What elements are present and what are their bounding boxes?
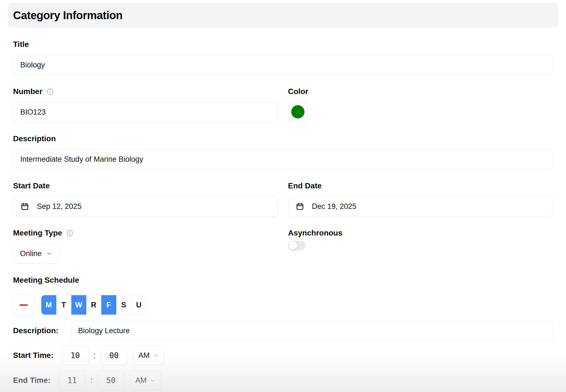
end-time-label: End Time: xyxy=(13,376,51,385)
start-date-label: Start Date xyxy=(13,181,278,190)
start-minute-input[interactable] xyxy=(101,346,127,365)
meeting-type-label-wrap: Meeting Type xyxy=(13,229,278,237)
end-date-value: Dec 19, 2025 xyxy=(312,202,357,211)
color-swatch-button[interactable] xyxy=(288,102,308,122)
end-date-group: End Date Dec 19, 2025 xyxy=(288,181,553,216)
calendar-icon xyxy=(21,202,29,211)
start-meridiem-value: AM xyxy=(139,351,150,360)
chevron-down-icon xyxy=(153,353,159,358)
toggle-knob xyxy=(289,241,297,250)
meeting-type-group: Meeting Type Online xyxy=(13,229,278,264)
color-field-group: Color xyxy=(288,87,553,122)
number-field-group: Number xyxy=(13,87,278,122)
meeting-type-label: Meeting Type xyxy=(13,229,62,237)
end-date-label: End Date xyxy=(288,181,553,190)
meeting-type-row: Meeting Type Online xyxy=(13,229,553,264)
title-row: Title xyxy=(13,40,553,75)
calendar-icon xyxy=(296,202,304,211)
time-separator: : xyxy=(90,376,93,385)
time-separator: : xyxy=(94,351,96,360)
end-meridiem-select[interactable]: AM xyxy=(130,371,161,390)
day-button-W[interactable]: W xyxy=(71,295,86,315)
minus-icon xyxy=(19,304,28,306)
asynchronous-group: Asynchronous xyxy=(288,229,553,264)
number-label: Number xyxy=(13,87,42,96)
start-meridiem-select[interactable]: AM xyxy=(133,346,164,365)
asynchronous-toggle[interactable] xyxy=(288,241,305,250)
meeting-schedule-section: Meeting Schedule MTWRFSU Description: St… xyxy=(13,276,553,390)
end-date-picker[interactable]: Dec 19, 2025 xyxy=(288,196,553,216)
start-hour-input[interactable] xyxy=(62,346,89,365)
start-date-picker[interactable]: Sep 12, 2025 xyxy=(13,196,278,216)
number-input[interactable] xyxy=(13,102,278,122)
end-minute-input[interactable] xyxy=(98,371,124,390)
section-header: Category Information xyxy=(8,3,558,28)
description-input[interactable] xyxy=(13,149,553,169)
remove-schedule-button[interactable] xyxy=(13,294,34,316)
schedule-description-label: Description: xyxy=(13,326,58,335)
start-date-value: Sep 12, 2025 xyxy=(37,202,82,211)
start-time-label: Start Time: xyxy=(13,351,54,360)
end-hour-input[interactable] xyxy=(59,371,85,390)
meeting-type-info-icon[interactable] xyxy=(66,229,74,237)
day-button-S[interactable]: S xyxy=(116,295,131,315)
description-label: Description xyxy=(13,134,553,143)
end-meridiem-value: AM xyxy=(135,376,147,385)
end-time-row: End Time: : AM xyxy=(13,371,553,390)
meeting-type-select[interactable]: Online xyxy=(13,244,60,264)
number-label-wrap: Number xyxy=(13,87,278,96)
start-date-group: Start Date Sep 12, 2025 xyxy=(13,181,278,216)
page-title: Category Information xyxy=(13,9,122,22)
day-button-F[interactable]: F xyxy=(101,295,116,315)
number-color-row: Number Color xyxy=(13,87,553,122)
description-row: Description xyxy=(13,134,553,169)
chevron-down-icon xyxy=(46,250,53,257)
day-button-U[interactable]: U xyxy=(131,295,146,315)
title-input[interactable] xyxy=(13,55,553,75)
color-label: Color xyxy=(288,87,553,96)
day-button-T[interactable]: T xyxy=(56,295,71,315)
category-form-page: Category Information Title Number xyxy=(0,0,566,390)
meeting-schedule-label: Meeting Schedule xyxy=(13,276,553,285)
number-info-icon[interactable] xyxy=(46,88,54,95)
meeting-type-value: Online xyxy=(20,249,42,258)
chevron-down-icon xyxy=(150,378,156,383)
title-label: Title xyxy=(13,40,553,49)
start-time-row: Start Time: : AM xyxy=(13,346,553,365)
schedule-description-input[interactable] xyxy=(71,321,553,340)
dates-row: Start Date Sep 12, 2025 End Date xyxy=(13,181,553,216)
color-swatch-circle xyxy=(291,105,305,118)
day-button-M[interactable]: M xyxy=(41,295,56,315)
schedule-days-row: MTWRFSU xyxy=(13,294,553,316)
schedule-description-row: Description: xyxy=(13,321,553,340)
category-form: Title Number Color xyxy=(8,40,558,390)
day-picker: MTWRFSU xyxy=(41,295,147,315)
asynchronous-label: Asynchronous xyxy=(288,229,553,237)
day-button-R[interactable]: R xyxy=(86,295,101,315)
